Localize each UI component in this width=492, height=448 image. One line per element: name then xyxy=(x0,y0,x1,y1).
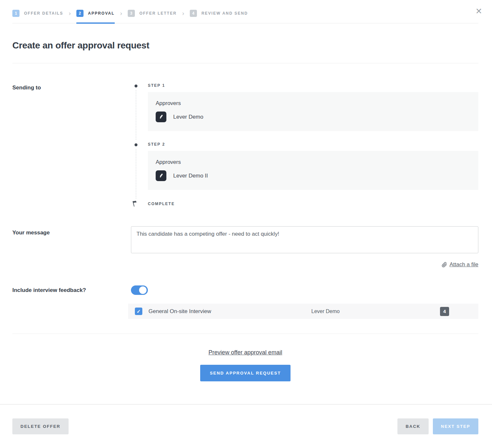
interview-feedback-row: ✓ General On-site Interview Lever Demo 4 xyxy=(128,304,478,319)
stepper: 1 OFFER DETAILS › 2 APPROVAL › 3 OFFER L… xyxy=(12,10,478,23)
your-message-label: Your message xyxy=(12,226,131,268)
stepper-step-offer-letter[interactable]: 3 OFFER LETTER xyxy=(128,10,177,23)
step-label: OFFER LETTER xyxy=(139,11,177,16)
interviewer-name: Lever Demo xyxy=(311,309,440,314)
attach-file-link[interactable]: Attach a file xyxy=(449,261,478,268)
approvers-label: Approvers xyxy=(156,100,471,107)
approval-chain-step-2: STEP 2 Approvers Lever Demo xyxy=(131,142,478,201)
step-2-title: STEP 2 xyxy=(148,142,478,147)
your-message-section: Your message This candidate has a compet… xyxy=(12,226,478,268)
paperclip-icon xyxy=(442,262,447,268)
divider xyxy=(12,63,478,63)
approval-chain-complete: COMPLETE xyxy=(131,201,478,206)
approver-name: Lever Demo II xyxy=(173,173,208,179)
chevron-right-icon: › xyxy=(120,10,122,17)
timeline-dashed-line xyxy=(136,149,136,199)
flag-icon xyxy=(131,199,140,208)
send-approval-request-button[interactable]: SEND APPROVAL REQUEST xyxy=(200,365,291,381)
timeline-dot-icon xyxy=(135,143,137,146)
interview-checkbox[interactable]: ✓ xyxy=(135,308,142,315)
approvers-label: Approvers xyxy=(156,159,471,165)
delete-offer-button[interactable]: DELETE OFFER xyxy=(12,418,69,434)
back-button[interactable]: BACK xyxy=(397,418,429,434)
interview-feedback-section: Include interview feedback? ✓ General On… xyxy=(12,285,478,319)
next-step-button[interactable]: NEXT STEP xyxy=(433,418,478,434)
avatar xyxy=(156,170,166,181)
avatar xyxy=(156,112,166,122)
step-number-badge: 1 xyxy=(12,10,19,17)
step-label: REVIEW AND SEND xyxy=(201,11,248,16)
interview-feedback-toggle[interactable] xyxy=(131,285,148,295)
pencil-icon xyxy=(158,173,164,179)
approver-card: Approvers Lever Demo II xyxy=(148,151,478,190)
step-1-title: STEP 1 xyxy=(148,83,478,88)
stepper-step-review-and-send[interactable]: 4 REVIEW AND SEND xyxy=(190,10,248,23)
approval-chain-step-1: STEP 1 Approvers Lever Demo xyxy=(131,83,478,142)
modal-footer: DELETE OFFER BACK NEXT STEP xyxy=(0,404,492,448)
complete-label: COMPLETE xyxy=(148,201,478,206)
step-number-badge: 2 xyxy=(76,10,84,17)
chevron-right-icon: › xyxy=(182,10,184,17)
step-number-badge: 4 xyxy=(190,10,197,17)
actions-section: Preview offer approval email SEND APPROV… xyxy=(12,334,478,381)
modal-header: 1 OFFER DETAILS › 2 APPROVAL › 3 OFFER L… xyxy=(0,0,492,23)
preview-offer-approval-email-link[interactable]: Preview offer approval email xyxy=(209,349,282,356)
stepper-step-offer-details[interactable]: 1 OFFER DETAILS xyxy=(12,10,63,23)
offer-approval-modal: 1 OFFER DETAILS › 2 APPROVAL › 3 OFFER L… xyxy=(0,0,492,448)
step-label: APPROVAL xyxy=(88,11,115,16)
step-number-badge: 3 xyxy=(128,10,135,17)
toggle-knob xyxy=(139,286,147,294)
step-label: OFFER DETAILS xyxy=(24,11,63,16)
pencil-icon xyxy=(158,114,164,120)
timeline-dashed-line xyxy=(136,90,136,140)
approver-row: Lever Demo xyxy=(156,112,471,122)
page-title: Create an offer approval request xyxy=(12,40,478,51)
stepper-step-approval[interactable]: 2 APPROVAL xyxy=(76,10,115,23)
close-icon[interactable]: ✕ xyxy=(475,7,482,15)
attach-file-row: Attach a file xyxy=(131,261,478,268)
interview-name: General On-site Interview xyxy=(149,308,311,315)
approver-name: Lever Demo xyxy=(173,114,203,120)
interview-feedback-label: Include interview feedback? xyxy=(12,285,131,319)
sending-to-section: Sending to STEP 1 Approvers xyxy=(12,83,478,206)
feedback-count-badge: 4 xyxy=(440,307,449,316)
chevron-right-icon: › xyxy=(69,10,71,17)
sending-to-label: Sending to xyxy=(12,83,131,206)
approver-row: Lever Demo II xyxy=(156,170,471,181)
message-textarea[interactable]: This candidate has a competing offer - n… xyxy=(131,226,478,253)
timeline-dot-icon xyxy=(135,85,137,87)
approver-card: Approvers Lever Demo xyxy=(148,92,478,131)
